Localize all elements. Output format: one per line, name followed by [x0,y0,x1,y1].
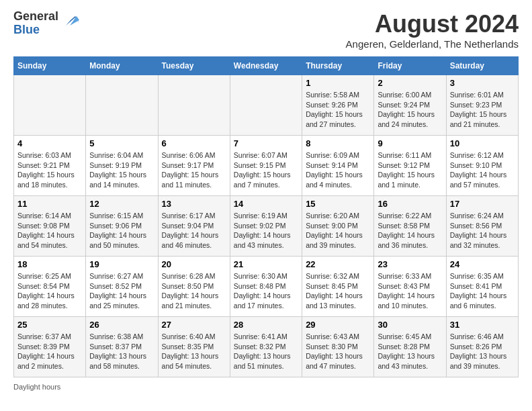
calendar-day-cell: 30Sunrise: 6:45 AMSunset: 8:28 PMDayligh… [374,317,446,377]
day-number: 15 [306,199,370,209]
day-info: Sunrise: 6:28 AMSunset: 8:50 PMDaylight:… [162,271,226,311]
day-number: 7 [234,138,298,148]
day-number: 12 [89,199,154,209]
day-number: 4 [17,138,82,148]
day-info: Sunrise: 6:20 AMSunset: 9:00 PMDaylight:… [306,211,370,250]
calendar-day-cell: 21Sunrise: 6:30 AMSunset: 8:48 PMDayligh… [230,257,302,317]
day-info: Sunrise: 6:45 AMSunset: 8:28 PMDaylight:… [378,332,442,371]
day-info: Sunrise: 5:58 AMSunset: 9:26 PMDaylight:… [306,90,370,130]
calendar-day-cell: 3Sunrise: 6:01 AMSunset: 9:23 PMDaylight… [446,75,518,136]
day-number: 8 [306,138,370,148]
calendar-week-row: 18Sunrise: 6:25 AMSunset: 8:54 PMDayligh… [14,257,519,317]
day-number: 18 [17,259,82,269]
day-info: Sunrise: 6:46 AMSunset: 8:26 PMDaylight:… [450,332,515,371]
calendar-day-cell: 18Sunrise: 6:25 AMSunset: 8:54 PMDayligh… [14,257,86,317]
calendar-day-cell: 27Sunrise: 6:40 AMSunset: 8:35 PMDayligh… [158,317,230,377]
day-number: 29 [306,320,370,330]
day-info: Sunrise: 6:41 AMSunset: 8:32 PMDaylight:… [234,332,298,371]
month-year: August 2024 [346,10,519,38]
calendar-day-cell: 8Sunrise: 6:09 AMSunset: 9:14 PMDaylight… [302,136,374,196]
calendar-header-row: SundayMondayTuesdayWednesdayThursdayFrid… [14,57,519,75]
day-number: 23 [378,259,442,269]
day-number: 21 [234,259,298,269]
day-info: Sunrise: 6:07 AMSunset: 9:15 PMDaylight:… [234,150,298,190]
day-info: Sunrise: 6:11 AMSunset: 9:12 PMDaylight:… [378,150,442,190]
day-number: 24 [450,259,515,269]
day-of-week-header: Sunday [14,57,86,75]
calendar-day-cell: 26Sunrise: 6:38 AMSunset: 8:37 PMDayligh… [86,317,158,377]
day-number: 26 [89,320,154,330]
calendar-day-cell: 4Sunrise: 6:03 AMSunset: 9:21 PMDaylight… [14,136,86,196]
footer: Daylight hours [13,383,519,391]
day-number: 25 [17,320,82,330]
day-of-week-header: Tuesday [158,57,230,75]
calendar-day-cell [86,75,158,136]
day-info: Sunrise: 6:09 AMSunset: 9:14 PMDaylight:… [306,150,370,190]
calendar-table: SundayMondayTuesdayWednesdayThursdayFrid… [13,56,519,377]
day-info: Sunrise: 6:06 AMSunset: 9:17 PMDaylight:… [162,150,226,190]
day-number: 6 [162,138,226,148]
day-info: Sunrise: 6:24 AMSunset: 8:56 PMDaylight:… [450,211,515,250]
day-of-week-header: Saturday [446,57,518,75]
calendar-day-cell: 17Sunrise: 6:24 AMSunset: 8:56 PMDayligh… [446,196,518,257]
calendar-day-cell: 13Sunrise: 6:17 AMSunset: 9:04 PMDayligh… [158,196,230,257]
day-info: Sunrise: 6:30 AMSunset: 8:48 PMDaylight:… [234,271,298,311]
day-info: Sunrise: 6:27 AMSunset: 8:52 PMDaylight:… [89,271,154,311]
day-number: 3 [450,78,515,88]
calendar-day-cell: 6Sunrise: 6:06 AMSunset: 9:17 PMDaylight… [158,136,230,196]
day-number: 28 [234,320,298,330]
calendar-day-cell: 16Sunrise: 6:22 AMSunset: 8:58 PMDayligh… [374,196,446,257]
day-number: 19 [89,259,154,269]
calendar-day-cell: 7Sunrise: 6:07 AMSunset: 9:15 PMDaylight… [230,136,302,196]
calendar-week-row: 1Sunrise: 5:58 AMSunset: 9:26 PMDaylight… [14,75,519,136]
day-number: 5 [89,138,154,148]
day-number: 1 [306,78,370,88]
calendar-day-cell: 29Sunrise: 6:43 AMSunset: 8:30 PMDayligh… [302,317,374,377]
logo-blue: Blue [13,23,40,36]
day-number: 22 [306,259,370,269]
location: Angeren, Gelderland, The Netherlands [346,38,519,50]
calendar-day-cell: 5Sunrise: 6:04 AMSunset: 9:19 PMDaylight… [86,136,158,196]
calendar-day-cell: 1Sunrise: 5:58 AMSunset: 9:26 PMDaylight… [302,75,374,136]
calendar-day-cell: 22Sunrise: 6:32 AMSunset: 8:45 PMDayligh… [302,257,374,317]
calendar-day-cell: 25Sunrise: 6:37 AMSunset: 8:39 PMDayligh… [14,317,86,377]
day-number: 30 [378,320,442,330]
logo: General Blue [13,10,81,37]
day-info: Sunrise: 6:40 AMSunset: 8:35 PMDaylight:… [162,332,226,371]
calendar-day-cell: 23Sunrise: 6:33 AMSunset: 8:43 PMDayligh… [374,257,446,317]
day-info: Sunrise: 6:03 AMSunset: 9:21 PMDaylight:… [17,150,82,190]
day-info: Sunrise: 6:00 AMSunset: 9:24 PMDaylight:… [378,90,442,130]
day-info: Sunrise: 6:15 AMSunset: 9:06 PMDaylight:… [89,211,154,250]
day-of-week-header: Monday [86,57,158,75]
calendar-day-cell [230,75,302,136]
day-of-week-header: Thursday [302,57,374,75]
calendar-day-cell: 9Sunrise: 6:11 AMSunset: 9:12 PMDaylight… [374,136,446,196]
calendar-day-cell: 19Sunrise: 6:27 AMSunset: 8:52 PMDayligh… [86,257,158,317]
day-number: 11 [17,199,82,209]
logo-icon [60,11,81,31]
day-number: 13 [162,199,226,209]
title-block: August 2024 Angeren, Gelderland, The Net… [346,10,519,50]
day-info: Sunrise: 6:04 AMSunset: 9:19 PMDaylight:… [89,150,154,190]
day-number: 10 [450,138,515,148]
calendar-day-cell: 11Sunrise: 6:14 AMSunset: 9:08 PMDayligh… [14,196,86,257]
day-number: 20 [162,259,226,269]
day-info: Sunrise: 6:37 AMSunset: 8:39 PMDaylight:… [17,332,82,371]
day-number: 31 [450,320,515,330]
calendar-day-cell: 15Sunrise: 6:20 AMSunset: 9:00 PMDayligh… [302,196,374,257]
day-number: 17 [450,199,515,209]
day-info: Sunrise: 6:22 AMSunset: 8:58 PMDaylight:… [378,211,442,250]
day-info: Sunrise: 6:17 AMSunset: 9:04 PMDaylight:… [162,211,226,250]
day-number: 14 [234,199,298,209]
calendar-week-row: 4Sunrise: 6:03 AMSunset: 9:21 PMDaylight… [14,136,519,196]
calendar-day-cell [14,75,86,136]
logo-general: General [13,9,58,23]
header: General Blue August 2024 Angeren, Gelder… [13,10,519,50]
calendar-week-row: 25Sunrise: 6:37 AMSunset: 8:39 PMDayligh… [14,317,519,377]
day-info: Sunrise: 6:01 AMSunset: 9:23 PMDaylight:… [450,90,515,130]
day-number: 2 [378,78,442,88]
calendar-day-cell: 20Sunrise: 6:28 AMSunset: 8:50 PMDayligh… [158,257,230,317]
calendar-body: 1Sunrise: 5:58 AMSunset: 9:26 PMDaylight… [14,75,519,377]
calendar-day-cell [158,75,230,136]
day-info: Sunrise: 6:33 AMSunset: 8:43 PMDaylight:… [378,271,442,311]
